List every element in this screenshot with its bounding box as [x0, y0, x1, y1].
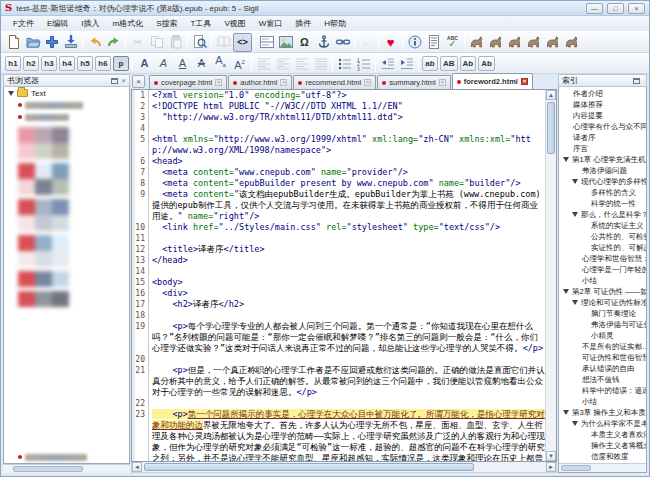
add-existing-file-button[interactable]	[42, 33, 61, 52]
Ab-button[interactable]: Ab	[478, 56, 495, 71]
redacted-file-item[interactable]	[18, 235, 129, 267]
tree-folder-text[interactable]: Text	[4, 87, 129, 99]
menu-I插入[interactable]: I插入	[75, 17, 105, 30]
editor-hscrollbar[interactable]: ◄ ►	[131, 462, 557, 473]
code-text[interactable]: <p>第一个问题所揭示的事实是，心理学在大众心目中被万能化了。所谓万能化，是指心…	[149, 409, 545, 461]
code-line-1[interactable]: 1<?xml version="1.0" encoding="utf-8"?>	[132, 90, 545, 101]
metadata-editor-button[interactable]	[405, 33, 424, 52]
menu-T工具[interactable]: T工具	[184, 17, 217, 30]
toc-item[interactable]: 理论和可证伪性标准	[559, 297, 646, 308]
toc-item[interactable]: 承认错误的自由	[559, 363, 646, 374]
redacted-file-item[interactable]	[18, 271, 129, 287]
strikethrough-button[interactable]: A	[192, 54, 211, 73]
toc-item[interactable]: 科学的统一性	[559, 198, 646, 209]
toc-item[interactable]: 作者介绍	[559, 88, 646, 99]
plugin-horse-5-button[interactable]	[543, 33, 562, 52]
insert-link-button[interactable]	[333, 33, 352, 52]
superscript-button[interactable]: A2	[230, 54, 249, 73]
code-text[interactable]: <meta content="www.cnepub.com" name="pro…	[149, 167, 545, 178]
h4-button[interactable]: h4	[59, 56, 75, 71]
toc-item[interactable]: 本质主义者喜欢问…	[559, 429, 646, 440]
redacted-file-item[interactable]	[4, 111, 129, 123]
toc-item[interactable]: 想法不值钱	[559, 374, 646, 385]
expander-icon[interactable]	[572, 421, 578, 426]
plugin-horse-6-button[interactable]	[562, 33, 581, 52]
code-line-9[interactable]: 9 <meta content="该文档由epubBuilder生成。epubB…	[132, 189, 545, 222]
redacted-file-item-current[interactable]	[4, 451, 129, 463]
toc-item[interactable]: 第1章 心理学充满生机 (…	[559, 154, 646, 165]
float-panel-icon[interactable]	[633, 78, 640, 84]
toc-item[interactable]: 信度和效度	[559, 451, 646, 462]
tab-summary.html[interactable]: summary.html×	[377, 75, 451, 89]
bold-button[interactable]: A	[135, 54, 154, 73]
h1-button[interactable]: h1	[5, 56, 21, 71]
code-view-button[interactable]: <>	[233, 33, 252, 52]
AB-button[interactable]: AB	[440, 56, 458, 71]
italic-button[interactable]: A	[154, 54, 173, 73]
redacted-file-item[interactable]	[18, 163, 129, 195]
code-line-20[interactable]: 20	[132, 354, 545, 365]
code-text[interactable]: <meta content="epubBuilder present by ww…	[149, 178, 545, 189]
expander-icon[interactable]	[563, 289, 569, 294]
code-text[interactable]: <body>	[149, 277, 545, 288]
code-text[interactable]: <!DOCTYPE html PUBLIC "-//W3C//DTD XHTML…	[149, 101, 545, 112]
toc-editor-button[interactable]	[424, 33, 443, 52]
tab-close-icon[interactable]: ×	[364, 79, 371, 86]
ab-button[interactable]: ab	[422, 56, 438, 71]
toc-item[interactable]: 小结	[559, 275, 646, 286]
menu-S搜索[interactable]: S搜索	[150, 17, 183, 30]
tab-close-icon[interactable]: ×	[439, 79, 446, 86]
save-button[interactable]	[61, 33, 80, 52]
new-file-button[interactable]	[4, 33, 23, 52]
scroll-up-icon[interactable]: ▲	[546, 90, 556, 100]
code-line-22[interactable]: 22	[132, 398, 545, 409]
scroll-left-icon[interactable]: ◄	[132, 462, 142, 472]
p-button[interactable]: p	[113, 56, 129, 71]
code-line-14[interactable]: 14	[132, 266, 545, 277]
h3-button[interactable]: h3	[41, 56, 57, 71]
toc-item[interactable]: 第3章 操作主义和本质主…	[559, 407, 646, 418]
toc-item[interactable]: 不是所有的证实都…	[559, 341, 646, 352]
plugin-horse-3-button[interactable]	[505, 33, 524, 52]
redo-button[interactable]	[104, 33, 123, 52]
expander-icon[interactable]	[563, 157, 569, 162]
tab-author.html[interactable]: author.html×	[228, 75, 292, 89]
code-text[interactable]: <link href="../Styles/main.css" rel="sty…	[149, 222, 545, 233]
code-text[interactable]: <p>但是，一个真正称职的心理学工作者是不应回避或敷衍这类问题的。正确的做法是直…	[149, 365, 545, 398]
code-text[interactable]	[149, 266, 545, 277]
code-line-3[interactable]: 3 "http://www.w3.org/TR/xhtml11/DTD/xhtm…	[132, 112, 545, 123]
close-tab-button[interactable]: ×	[132, 75, 145, 88]
h6-button[interactable]: h6	[95, 56, 111, 71]
plugin-horse-4-button[interactable]	[524, 33, 543, 52]
toc-item[interactable]: 媒体推荐	[559, 99, 646, 110]
code-text[interactable]	[149, 123, 545, 134]
numbered-list-button[interactable]: 123	[354, 54, 373, 73]
tab-close-icon[interactable]: ×	[521, 78, 528, 85]
code-line-17[interactable]: 17 <h2>译者序</h2>	[132, 299, 545, 310]
menu-m格式化[interactable]: m格式化	[106, 17, 149, 30]
book-browser-hscrollbar[interactable]	[3, 464, 130, 473]
expander-icon[interactable]	[8, 91, 14, 96]
code-line-5[interactable]: 5<html xmlns="http://www.w3.org/1999/xht…	[132, 134, 545, 156]
toc-item[interactable]: 系统的实证主义	[559, 220, 646, 231]
code-line-8[interactable]: 8 <meta content="epubBuilder present by …	[132, 178, 545, 189]
special-character-button[interactable]: Ω	[295, 33, 314, 52]
tab-close-icon[interactable]: ×	[280, 79, 287, 86]
toc-item[interactable]: 序言	[559, 143, 646, 154]
tab-close-icon[interactable]: ×	[215, 79, 222, 86]
toc-item[interactable]: 那么，什么是科学？	[559, 209, 646, 220]
open-file-button[interactable]	[23, 33, 42, 52]
redacted-file-item[interactable]	[18, 127, 129, 159]
expander-icon[interactable]	[563, 410, 569, 415]
tab-foreword2.html[interactable]: foreword2.html×	[452, 73, 533, 89]
toc-item[interactable]: 译者序	[559, 132, 646, 143]
bullet-list-button[interactable]	[335, 54, 354, 73]
toc-item[interactable]: 科学中的错误：逼近真理	[559, 385, 646, 396]
code-text[interactable]: <?xml version="1.0" encoding="utf-8"?>	[149, 90, 545, 101]
redacted-file-item[interactable]	[18, 199, 129, 231]
h5-button[interactable]: h5	[77, 56, 93, 71]
h2-button[interactable]: h2	[23, 56, 39, 71]
Ab-button[interactable]: Ab	[460, 56, 477, 71]
code-line-16[interactable]: 16 <div>	[132, 288, 545, 299]
toc-item[interactable]: 脑门节奏理论	[559, 308, 646, 319]
